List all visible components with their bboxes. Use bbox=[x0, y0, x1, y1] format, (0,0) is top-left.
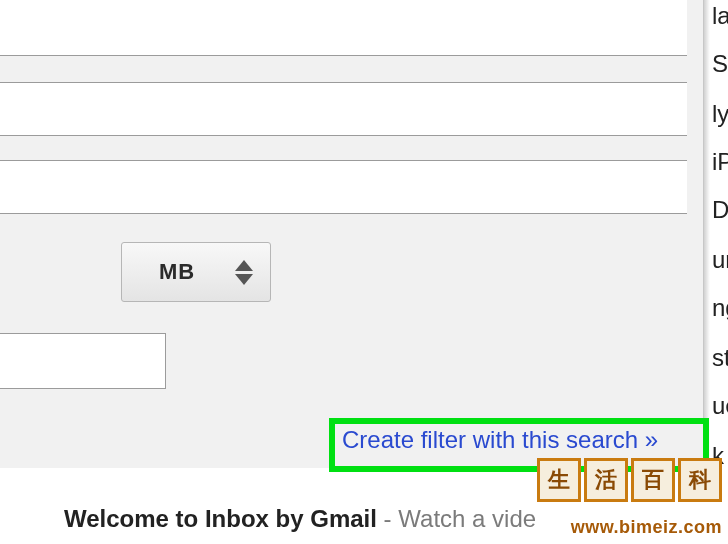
filter-small-input[interactable] bbox=[0, 333, 166, 389]
filter-field-row-1 bbox=[0, 0, 687, 56]
email-subject-line: Welcome to Inbox by Gmail - Watch a vide bbox=[64, 505, 536, 533]
email-subject-bold: Welcome to Inbox by Gmail bbox=[64, 505, 377, 532]
size-unit-dropdown[interactable]: MB bbox=[121, 242, 271, 302]
side-text: ues bbox=[712, 392, 728, 420]
chevron-down-icon bbox=[235, 274, 253, 285]
side-text: iP bbox=[712, 148, 728, 176]
chevron-up-icon bbox=[235, 260, 253, 271]
create-filter-link[interactable]: Create filter with this search » bbox=[342, 426, 658, 454]
filter-input-3[interactable] bbox=[0, 161, 687, 213]
side-text: la bbox=[712, 2, 728, 30]
filter-field-row-2 bbox=[0, 82, 687, 136]
filter-dropdown-panel: MB bbox=[0, 0, 704, 468]
side-text: De bbox=[712, 196, 728, 224]
watermark-logo: 生 活 百 科 bbox=[537, 458, 722, 502]
watermark-char: 百 bbox=[631, 458, 675, 502]
filter-input-2[interactable] bbox=[0, 83, 687, 135]
watermark-char: 科 bbox=[678, 458, 722, 502]
watermark-url: www.bimeiz.com bbox=[571, 517, 722, 538]
side-text: urit bbox=[712, 246, 728, 274]
email-subject-rest: - Watch a vide bbox=[377, 505, 536, 532]
side-text: ng bbox=[712, 294, 728, 322]
size-unit-label: MB bbox=[122, 259, 232, 285]
side-text: ly bbox=[712, 100, 728, 128]
watermark-char: 生 bbox=[537, 458, 581, 502]
watermark-char: 活 bbox=[584, 458, 628, 502]
side-text: Ste bbox=[712, 50, 728, 78]
filter-field-row-3 bbox=[0, 160, 687, 214]
side-text: sta bbox=[712, 344, 728, 372]
filter-input-1[interactable] bbox=[0, 0, 687, 55]
dropdown-spinner-icon bbox=[232, 260, 256, 285]
